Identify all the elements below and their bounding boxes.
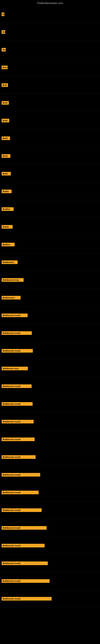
bars-container: BBoBoBottBottBottlBottlBottlBottlBottlBo…: [0, 6, 100, 608]
bar-row: Bo: [0, 41, 100, 58]
bar-label: B: [1, 12, 4, 16]
bar-label: Bo: [1, 48, 6, 52]
bar-label: Bottleneck result: [1, 508, 42, 512]
bar-label: Bottl: [1, 154, 10, 158]
bar-label: Bottleneck rest: [1, 367, 28, 370]
bar-label: Bottle: [1, 190, 12, 193]
bar-row: Bottleneck result: [0, 554, 100, 572]
bar-row: Bottl: [0, 112, 100, 130]
bar-label: Bottleneck result: [1, 314, 28, 317]
bar-label: Bottleneck result: [1, 526, 47, 530]
bar-label: Bottleneck result: [1, 438, 35, 441]
bar-row: Bottleneck result: [0, 590, 100, 608]
bar-label: Bo: [1, 30, 5, 34]
bar-row: Bottleneck result: [0, 519, 100, 537]
bar-row: Bottleneck result: [0, 377, 100, 395]
bar-label: Bottleneck result: [1, 384, 32, 388]
bar-row: Bottl: [0, 94, 100, 112]
bar-row: Bottleneck result: [0, 572, 100, 590]
bar-label: Bottleneck result: [1, 349, 33, 352]
bar-row: Bottl: [0, 165, 100, 182]
bar-row: Bottleneck result: [0, 484, 100, 501]
bar-row: Bottl: [0, 130, 100, 147]
bar-row: Bottleneck result: [0, 342, 100, 360]
bar-label: Bottleneck result: [1, 402, 33, 406]
bar-label: Bottleneck result: [1, 579, 50, 583]
bar-label: Bottle: [1, 225, 13, 228]
bar-label: Bott: [1, 83, 8, 87]
bar-row: Bottleneck result: [0, 430, 100, 448]
bar-label: Bottleneck result: [1, 331, 32, 335]
bar-label: Bottleneck result: [1, 420, 34, 424]
bar-row: Bottle: [0, 218, 100, 236]
bar-label: Bottl: [1, 101, 9, 105]
bar-row: Bottleneck rest: [0, 360, 100, 377]
bar-row: Bottl: [0, 147, 100, 165]
bar-row: Bottleneck resu: [0, 271, 100, 289]
bar-row: Bottleneck result: [0, 448, 100, 466]
bar-label: Bottlen: [1, 243, 15, 246]
bar-label: Bottl: [1, 172, 11, 176]
site-title: TheBottlenecker.com: [0, 0, 100, 6]
bar-row: Bott: [0, 76, 100, 94]
bar-row: Bottleneck result: [0, 306, 100, 324]
bar-label: Bottlen: [1, 207, 14, 211]
bar-row: Bo: [0, 23, 100, 41]
bar-label: Bottleneck result: [1, 562, 48, 565]
bar-label: Bottleneck result: [1, 491, 39, 494]
bar-label: Bott: [1, 66, 8, 69]
bar-row: Bottlen: [0, 200, 100, 218]
bar-label: Bottl: [1, 136, 10, 140]
bar-row: Bottle: [0, 182, 100, 200]
bar-row: Bottlen: [0, 236, 100, 253]
page-wrapper: TheBottlenecker.com BBoBoBottBottBottlBo…: [0, 0, 100, 644]
bar-row: Bottleneck result: [0, 324, 100, 342]
bar-row: Bottleneck result: [0, 466, 100, 484]
bar-label: Bottleneck resu: [1, 278, 24, 282]
bar-label: Bottleneck: [1, 260, 18, 264]
bar-label: Bottleneck result: [1, 544, 45, 548]
bar-row: Bottleneck: [0, 253, 100, 271]
bar-row: Bottleneck result: [0, 395, 100, 413]
bar-row: Bottleneck result: [0, 413, 100, 430]
bar-row: Bottleneck r: [0, 289, 100, 306]
bar-label: Bottleneck result: [1, 455, 36, 459]
bar-row: Bottleneck result: [0, 537, 100, 554]
bar-label: Bottl: [1, 119, 9, 122]
bar-row: Bottleneck result: [0, 501, 100, 519]
bar-row: Bott: [0, 58, 100, 76]
bar-label: Bottleneck result: [1, 597, 51, 600]
bar-label: Bottleneck r: [1, 296, 21, 300]
bar-label: Bottleneck result: [1, 473, 40, 476]
bar-row: B: [0, 6, 100, 23]
